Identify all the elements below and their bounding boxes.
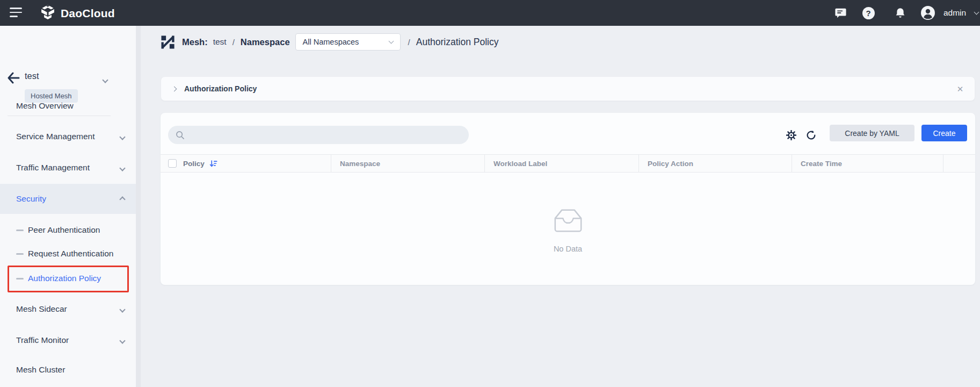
namespace-select-value: All Namespaces xyxy=(303,38,359,46)
sidebar-item-peer-authentication[interactable]: Peer Authentication xyxy=(0,219,136,241)
username: admin xyxy=(943,8,966,18)
sidebar: test Hosted Mesh Mesh Overview Service M… xyxy=(0,26,136,387)
sidebar-item-label: Mesh Cluster xyxy=(16,365,65,375)
column-label: Create Time xyxy=(792,160,842,168)
sidebar-item-authorization-policy[interactable]: Authorization Policy xyxy=(0,268,136,289)
dash-icon xyxy=(16,230,24,231)
sidebar-item-label: Authorization Policy xyxy=(28,274,101,283)
sidebar-item-service-management[interactable]: Service Management xyxy=(0,126,136,147)
sidebar-item-security[interactable]: Security xyxy=(0,184,136,214)
sidebar-item-mesh-sidecar[interactable]: Mesh Sidecar xyxy=(0,298,136,320)
empty-state-text: No Data xyxy=(554,245,582,253)
create-button[interactable]: Create xyxy=(921,125,967,141)
chevron-down-icon xyxy=(120,335,125,345)
table-header: Policy Namespace Workload Label Policy A… xyxy=(161,154,975,173)
search-bar[interactable] xyxy=(168,126,469,144)
empty-box-icon xyxy=(549,205,587,236)
namespace-select[interactable]: All Namespaces xyxy=(295,33,401,51)
table-header-policy: Policy xyxy=(161,155,331,172)
panel-title: Authorization Policy xyxy=(184,84,257,93)
breadcrumb: Mesh: test / Namespace All Namespaces / … xyxy=(161,31,498,53)
chevron-up-icon xyxy=(120,194,125,204)
bell-icon[interactable] xyxy=(892,0,908,26)
column-label: Policy xyxy=(177,160,205,168)
user-avatar-icon[interactable] xyxy=(919,0,937,26)
search-icon xyxy=(176,131,185,140)
user-menu[interactable]: admin xyxy=(942,0,967,26)
daocloud-mesh-app: DaoCloud ? admin test Hosted Mesh xyxy=(0,0,980,387)
dash-icon xyxy=(16,253,24,255)
mesh-header: test xyxy=(0,68,136,88)
sidebar-item-label: Request Authentication xyxy=(28,249,113,259)
policy-list-card: Create by YAML Create Policy xyxy=(161,113,975,285)
chevron-down-icon xyxy=(120,304,125,314)
sidebar-item-label: Security xyxy=(16,194,46,204)
table-header-policy-action: Policy Action xyxy=(639,155,792,172)
breadcrumb-separator: / xyxy=(408,38,410,47)
sidebar-item-traffic-management[interactable]: Traffic Management xyxy=(0,157,136,178)
dash-icon xyxy=(16,278,24,280)
chevron-down-icon[interactable] xyxy=(103,75,107,84)
table-header-create-time: Create Time xyxy=(792,155,943,172)
search-input[interactable] xyxy=(185,126,469,144)
close-icon[interactable]: ✕ xyxy=(954,83,966,95)
sidebar-item-label: Mesh Overview xyxy=(16,101,74,111)
breadcrumb-mesh-value[interactable]: test xyxy=(213,37,227,47)
chevron-down-icon xyxy=(120,163,125,173)
chat-icon[interactable] xyxy=(833,0,848,26)
sidebar-item-mesh-overview[interactable]: Mesh Overview xyxy=(0,95,136,117)
brand-name: DaoCloud xyxy=(61,7,115,20)
sidebar-item-label: Traffic Monitor xyxy=(16,335,69,345)
daocloud-cube-icon xyxy=(40,4,56,23)
back-arrow-icon[interactable] xyxy=(7,72,20,84)
breadcrumb-namespace-label: Namespace xyxy=(241,37,290,47)
chevron-down-icon[interactable] xyxy=(971,0,980,26)
sidebar-item-label: Peer Authentication xyxy=(28,225,100,235)
create-by-yaml-button[interactable]: Create by YAML xyxy=(830,125,914,141)
sidebar-item-mesh-cluster[interactable]: Mesh Cluster xyxy=(0,359,136,381)
mesh-icon xyxy=(161,35,175,49)
sidebar-item-request-authentication[interactable]: Request Authentication xyxy=(0,243,136,264)
sidebar-item-label: Traffic Management xyxy=(16,163,90,173)
mesh-name: test xyxy=(25,71,39,81)
breadcrumb-current-page: Authorization Policy xyxy=(416,37,499,48)
breadcrumb-separator: / xyxy=(233,38,235,47)
table-header-actions xyxy=(943,155,975,172)
chevron-down-icon xyxy=(120,132,125,141)
table-header-namespace: Namespace xyxy=(331,155,485,172)
topbar: DaoCloud ? admin xyxy=(0,0,980,26)
brand: DaoCloud xyxy=(40,4,115,23)
help-icon[interactable]: ? xyxy=(861,0,876,26)
sidebar-item-traffic-monitor[interactable]: Traffic Monitor xyxy=(0,329,136,351)
column-label: Policy Action xyxy=(639,160,693,168)
breadcrumb-mesh-label: Mesh: xyxy=(182,37,208,47)
empty-state: No Data xyxy=(161,173,975,269)
gear-icon[interactable] xyxy=(786,130,796,140)
chevron-down-icon xyxy=(388,38,394,44)
authorization-policy-panel: Authorization Policy ✕ xyxy=(161,76,975,101)
sidebar-item-label: Mesh Sidecar xyxy=(16,304,67,314)
sidebar-scrollbar[interactable] xyxy=(136,26,141,387)
sort-descending-icon[interactable] xyxy=(209,160,217,168)
chevron-right-icon[interactable] xyxy=(172,87,176,91)
hamburger-menu-icon[interactable] xyxy=(10,8,23,18)
column-label: Namespace xyxy=(331,160,380,168)
sidebar-item-label: Service Management xyxy=(16,132,95,141)
table-header-workload-label: Workload Label xyxy=(485,155,639,172)
select-all-checkbox[interactable] xyxy=(168,159,177,168)
refresh-icon[interactable] xyxy=(805,130,816,140)
column-label: Workload Label xyxy=(485,160,547,168)
